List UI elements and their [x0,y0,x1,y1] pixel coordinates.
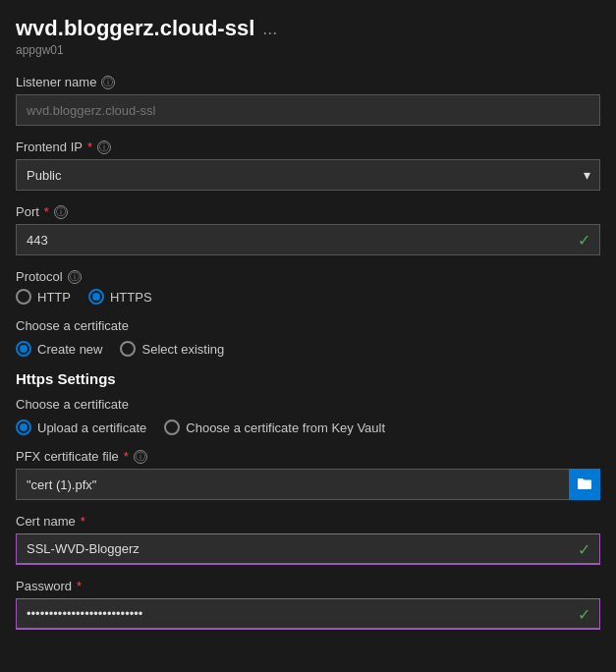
ellipsis-menu[interactable]: ... [262,19,277,39]
protocol-http-label: HTTP [37,290,71,305]
select-existing-option[interactable]: Select existing [120,341,224,357]
frontend-ip-required: * [87,140,92,154]
port-field-wrapper: 443 80 8080 ✓ [16,224,600,255]
key-vault-label: Choose a certificate from Key Vault [186,420,385,435]
create-new-label: Create new [37,342,102,357]
listener-name-label: Listener name [16,75,96,89]
password-input-wrapper: ✓ [16,598,600,630]
protocol-https-label: HTTPS [110,290,152,305]
protocol-https-option[interactable]: HTTPS [88,289,152,305]
protocol-https-radio-inner [92,293,100,301]
port-required: * [44,204,49,219]
pfx-file-input-wrapper [16,469,600,500]
protocol-https-radio[interactable] [88,289,104,305]
protocol-radio-group: HTTP HTTPS [16,289,600,305]
pfx-browse-button[interactable] [569,469,600,500]
frontend-ip-group: Frontend IP * ⓘ Public Private ▾ [16,140,600,191]
choose-certificate-radio-group: Create new Select existing [16,341,600,357]
https-cert-radio-group: Upload a certificate Choose a certificat… [16,420,600,435]
port-select[interactable]: 443 80 8080 [16,224,600,255]
pfx-file-label: PFX certificate file [16,449,119,464]
cert-name-required: * [81,514,85,529]
port-label: Port [16,204,39,219]
folder-icon [577,476,592,492]
listener-name-info-icon[interactable]: ⓘ [101,76,115,89]
cert-name-label: Cert name [16,514,76,529]
https-settings-section: Https Settings Choose a certificate Uplo… [16,370,600,435]
cert-name-input[interactable] [16,533,600,565]
choose-certificate-group: Choose a certificate Create new Select e… [16,318,600,357]
upload-cert-radio-inner [20,423,28,431]
create-new-radio[interactable] [16,341,31,357]
pfx-file-info-icon[interactable]: ⓘ [134,450,147,464]
protocol-http-radio[interactable] [16,289,31,305]
listener-name-input[interactable] [16,94,600,126]
create-new-option[interactable]: Create new [16,341,102,357]
cert-name-input-wrapper: ✓ [16,533,600,565]
create-new-radio-inner [20,345,28,353]
page-title: wvd.bloggerz.cloud-ssl [16,16,254,41]
subtitle: appgw01 [16,43,600,57]
frontend-ip-label: Frontend IP [16,140,83,154]
protocol-label: Protocol [16,269,63,284]
https-settings-heading: Https Settings [16,370,600,387]
upload-cert-radio[interactable] [16,420,31,435]
select-existing-radio[interactable] [120,341,136,357]
protocol-group: Protocol ⓘ HTTP HTTPS [16,269,600,305]
https-choose-cert-label: Choose a certificate [16,397,129,412]
protocol-info-icon[interactable]: ⓘ [68,270,82,284]
pfx-file-input[interactable] [16,469,569,500]
password-group: Password * ✓ [16,579,600,630]
page-title-row: wvd.bloggerz.cloud-ssl ... [16,16,600,41]
port-group: Port * ⓘ 443 80 8080 ✓ [16,204,600,255]
key-vault-option[interactable]: Choose a certificate from Key Vault [164,420,385,435]
listener-name-group: Listener name ⓘ [16,75,600,126]
password-required: * [77,579,82,593]
pfx-file-required: * [124,449,129,464]
key-vault-radio[interactable] [164,420,180,435]
cert-name-group: Cert name * ✓ [16,514,600,565]
pfx-file-group: PFX certificate file * ⓘ [16,449,600,500]
protocol-http-option[interactable]: HTTP [16,289,71,305]
upload-cert-option[interactable]: Upload a certificate [16,420,146,435]
upload-cert-label: Upload a certificate [37,420,146,435]
frontend-ip-select[interactable]: Public Private [16,159,600,191]
password-label: Password [16,579,72,593]
frontend-ip-select-wrapper: Public Private ▾ [16,159,600,191]
choose-certificate-label: Choose a certificate [16,318,129,333]
password-input[interactable] [16,598,600,630]
frontend-ip-info-icon[interactable]: ⓘ [97,140,111,154]
select-existing-label: Select existing [141,342,224,357]
port-info-icon[interactable]: ⓘ [54,205,68,219]
